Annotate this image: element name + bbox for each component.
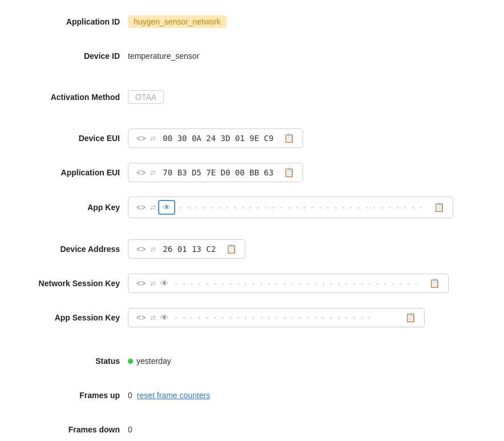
- network-session-key-field: <> ⇄ 👁 · · · · · · · · · · · · · · · · ·…: [128, 274, 449, 293]
- network-session-key-row: Network Session Key <> ⇄ 👁 · · · · · · ·…: [17, 273, 487, 294]
- device-eui-row: Device EUI <> ⇄ 00 30 0A 24 3D 01 9E C9 …: [17, 128, 487, 149]
- status-dot-icon: [128, 359, 133, 364]
- app-eui-code-toggle[interactable]: <>: [134, 167, 148, 178]
- device-eui-label: Device EUI: [17, 134, 120, 143]
- frames-down-value: 0: [128, 425, 132, 434]
- device-eui-code-toggle[interactable]: <>: [134, 133, 148, 144]
- app-key-copy-btn[interactable]: 📋: [432, 201, 447, 214]
- app-key-dots: · · · · · · · · · · · · · · · · · · · · …: [175, 205, 428, 211]
- reset-frame-counters-link[interactable]: reset frame counters: [137, 391, 210, 400]
- device-id-row: Device ID temperature_sensor: [17, 46, 487, 66]
- application-eui-field: <> ⇄ 70 B3 D5 7E D0 00 BB 63 📋: [128, 163, 303, 182]
- application-id-label: Application ID: [17, 17, 120, 26]
- app-key-code-toggle[interactable]: <>: [134, 202, 148, 213]
- ask-copy-btn[interactable]: 📋: [403, 311, 418, 324]
- device-addr-code-toggle[interactable]: <>: [134, 243, 148, 255]
- device-id-value: temperature_sensor: [128, 51, 199, 61]
- device-address-row: Device Address <> ⇄ 26 01 13 C2 📋: [17, 239, 487, 259]
- nsk-code-toggle[interactable]: <>: [134, 278, 148, 289]
- frames-up-value: 0: [128, 391, 132, 400]
- device-addr-copy-btn[interactable]: 📋: [224, 243, 239, 255]
- activation-method-label: Activation Method: [17, 93, 120, 102]
- app-session-key-label: App Session Key: [17, 313, 120, 322]
- nsk-eye-btn[interactable]: 👁: [158, 278, 171, 289]
- application-eui-row: Application EUI <> ⇄ 70 B3 D5 7E D0 00 B…: [17, 162, 487, 183]
- device-address-label: Device Address: [17, 244, 120, 254]
- ask-divider: ⇄: [150, 314, 156, 322]
- device-eui-field: <> ⇄ 00 30 0A 24 3D 01 9E C9 📋: [128, 129, 303, 148]
- nsk-divider: ⇄: [150, 279, 156, 287]
- application-eui-label: Application EUI: [17, 168, 120, 177]
- app-key-divider: ⇄: [150, 203, 156, 211]
- device-eui-divider: ⇄: [150, 134, 156, 142]
- frames-down-row: Frames down 0: [17, 419, 487, 440]
- device-eui-value: 00 30 0A 24 3D 01 9E C9: [158, 134, 278, 143]
- frames-up-label: Frames up: [17, 391, 120, 400]
- nsk-dots: · · · · · · · · · · · · · · · · · · · · …: [171, 280, 424, 287]
- app-key-label: App Key: [17, 203, 120, 212]
- app-key-eye-btn[interactable]: 👁: [158, 200, 175, 215]
- device-address-value: 26 01 13 C2: [158, 244, 220, 254]
- activation-method-value: OTAA: [128, 90, 164, 104]
- activation-method-row: Activation Method OTAA: [17, 87, 487, 107]
- ask-code-toggle[interactable]: <>: [134, 312, 148, 323]
- frames-up-row: Frames up 0 reset frame counters: [17, 385, 487, 406]
- app-eui-copy-btn[interactable]: 📋: [281, 166, 297, 179]
- ask-dots: · · · · · · · · · · · · · · · · · · · · …: [171, 315, 400, 321]
- app-key-row: App Key <> ⇄ 👁 · · · · · · · · · · · · ·…: [17, 197, 487, 218]
- ask-eye-btn[interactable]: 👁: [158, 312, 171, 323]
- nsk-copy-btn[interactable]: 📋: [427, 277, 442, 290]
- frames-down-label: Frames down: [17, 425, 120, 434]
- status-row: Status yesterday: [17, 351, 487, 371]
- app-session-key-row: App Session Key <> ⇄ 👁 · · · · · · · · ·…: [17, 307, 487, 328]
- app-session-key-field: <> ⇄ 👁 · · · · · · · · · · · · · · · · ·…: [128, 308, 425, 327]
- application-eui-value: 70 B3 D5 7E D0 00 BB 63: [158, 168, 278, 177]
- app-key-field: <> ⇄ 👁 · · · · · · · · · · · · · · · · ·…: [128, 197, 453, 218]
- status-label: Status: [17, 356, 120, 366]
- device-eui-copy-btn[interactable]: 📋: [281, 132, 297, 145]
- network-session-key-label: Network Session Key: [17, 279, 120, 288]
- device-addr-divider: ⇄: [150, 245, 156, 253]
- device-address-field: <> ⇄ 26 01 13 C2 📋: [128, 239, 245, 259]
- app-eui-divider: ⇄: [150, 169, 156, 177]
- application-id-row: Application ID huygen_sensor_network: [17, 11, 487, 32]
- status-value: yesterday: [136, 356, 171, 366]
- device-id-label: Device ID: [17, 51, 120, 61]
- application-id-value: huygen_sensor_network: [128, 15, 227, 28]
